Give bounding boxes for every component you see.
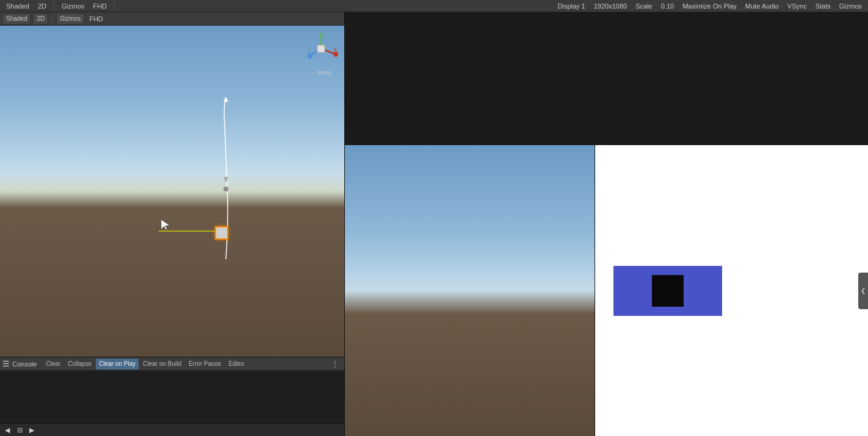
top-bar: Shaded 2D Gizmos FHD Display 1 1920x1080…: [0, 0, 868, 12]
console-error-pause-btn[interactable]: Error Pause: [186, 359, 224, 370]
console-bookmark-icon[interactable]: ⊟: [15, 426, 24, 435]
svg-text:Z: Z: [307, 49, 311, 55]
scale-label: Scale: [633, 2, 655, 10]
game-view-top[interactable]: [345, 12, 868, 145]
scene-fhd: FHD: [87, 15, 106, 23]
mute-audio-btn[interactable]: Mute Audio: [743, 2, 781, 10]
blue-rect: [613, 266, 722, 316]
collapse-tab[interactable]: ❮: [858, 273, 868, 309]
gizmo-persp-label[interactable]: ← Persp: [303, 70, 339, 76]
scene-divider1: [52, 15, 52, 23]
stats-btn[interactable]: Stats: [813, 2, 833, 10]
scene-toolbar: Shaded 2D Gizmos FHD: [0, 12, 344, 26]
game-scene-background: [345, 145, 595, 436]
svg-text:X: X: [333, 47, 337, 53]
console-forward-icon[interactable]: ▶: [27, 426, 37, 435]
svg-point-12: [223, 187, 228, 191]
2d-btn[interactable]: 2D: [35, 2, 49, 10]
gizmos-game-btn[interactable]: Gizmos: [837, 2, 864, 10]
console-clear-btn[interactable]: Clear: [43, 359, 63, 370]
scene-selected-object[interactable]: [215, 226, 228, 240]
inspector-panel: ❮: [595, 145, 868, 436]
right-panel: ❮: [345, 12, 868, 436]
scale-value[interactable]: 0.10: [659, 2, 676, 10]
console-clear-on-play-btn[interactable]: Clear on Play: [96, 359, 139, 370]
svg-marker-11: [223, 177, 228, 183]
console-statusbar: ◀ ⊟ ▶: [0, 423, 344, 436]
console-clear-on-build-btn[interactable]: Clear on Build: [140, 359, 184, 370]
console-toolbar: ☰ Console Clear Collapse Clear on Play C…: [0, 357, 344, 371]
console-icon: ☰: [2, 359, 10, 368]
resolution-dropdown[interactable]: 1920x1080: [591, 2, 629, 10]
console-title-label: Console: [12, 360, 37, 368]
console-editor-btn[interactable]: Editor: [225, 359, 247, 370]
svg-marker-10: [223, 96, 228, 102]
display-dropdown[interactable]: Display 1: [555, 2, 588, 10]
svg-rect-6: [317, 45, 325, 52]
gizmos-btn[interactable]: Gizmos: [59, 2, 87, 10]
right-bottom: ❮: [345, 145, 868, 436]
console-back-icon[interactable]: ◀: [2, 426, 12, 435]
console-options-btn[interactable]: ⋮: [328, 359, 342, 370]
game-scene-view[interactable]: [345, 145, 595, 436]
scene-path: [201, 95, 275, 265]
vsync-btn[interactable]: VSync: [785, 2, 809, 10]
fhd-label: FHD: [90, 2, 109, 10]
black-square: [652, 275, 684, 307]
inspector-content: [595, 145, 868, 436]
main-layout: Shaded 2D Gizmos FHD: [0, 12, 868, 436]
divider1: [54, 2, 54, 10]
scene-view[interactable]: Y X Z ← Persp: [0, 26, 344, 357]
scene-gizmos-btn[interactable]: Gizmos: [56, 13, 84, 24]
maximize-on-play-btn[interactable]: Maximize On Play: [680, 2, 739, 10]
console-collapse-btn[interactable]: Collapse: [65, 359, 95, 370]
shaded-btn[interactable]: Shaded: [2, 13, 31, 24]
scene-gizmo[interactable]: Y X Z ← Persp: [303, 30, 339, 73]
console-body[interactable]: [0, 371, 344, 423]
left-panel: Shaded 2D Gizmos FHD: [0, 12, 345, 436]
console-title-area: ☰ Console: [2, 359, 37, 368]
gizmo-svg: Y X Z: [303, 30, 339, 67]
scene-background: Y X Z ← Persp: [0, 26, 344, 357]
svg-text:Y: Y: [319, 35, 323, 41]
scene-2d-btn[interactable]: 2D: [33, 13, 48, 24]
shaded-dropdown[interactable]: Shaded: [4, 2, 32, 10]
console-panel: ☰ Console Clear Collapse Clear on Play C…: [0, 357, 344, 436]
divider2: [114, 2, 115, 10]
